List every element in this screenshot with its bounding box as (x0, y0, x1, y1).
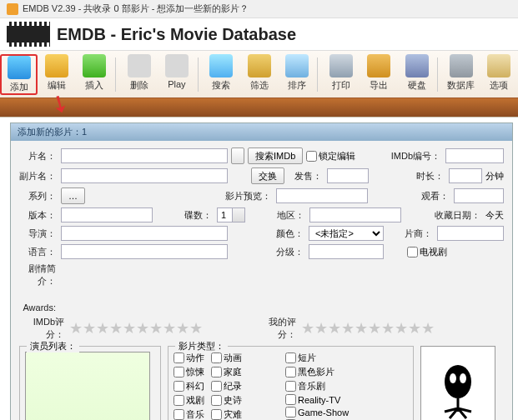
imdb-rating-stars[interactable]: ★★★★★★★★★★ (69, 321, 203, 336)
actors-legend: 演员列表： (27, 340, 79, 352)
toolbar-filter[interactable]: 筛选 (240, 54, 278, 95)
preview-input[interactable] (276, 188, 368, 203)
genre-checkbox[interactable]: 音乐 (174, 408, 204, 420)
label-watched: 观看： (421, 190, 450, 202)
toolbar-edit[interactable]: 编辑 (38, 54, 75, 95)
genre-checkbox[interactable]: 科幻 (174, 380, 204, 392)
genre-checkbox[interactable]: 戏剧 (174, 394, 204, 407)
studio-input[interactable] (437, 226, 504, 241)
label-my-rating: 我的评分： (251, 316, 298, 341)
search-imdb-button[interactable]: 搜索IMDb (248, 148, 303, 164)
toolbar-play[interactable]: Play (158, 54, 195, 95)
label-awards: Awards: (19, 302, 58, 312)
label-imdb-rating: IMDb评分： (19, 316, 66, 341)
app-title: EMDB - Eric's Movie Database (57, 25, 296, 44)
label-imdb-no: IMDb编号： (391, 150, 442, 162)
grade-input[interactable] (309, 244, 384, 259)
svg-point-2 (460, 373, 466, 383)
genres-group: 影片类型： 动作惊悚科幻戏剧音乐冒险战争神话 动画家庭纪录史诗灾难荷叶式音乐剧体… (168, 346, 414, 420)
genre-checkbox[interactable]: 短片 (285, 352, 349, 364)
today-link[interactable]: 今天 (485, 209, 504, 222)
toolbar-insert[interactable]: 插入 (76, 54, 113, 95)
toolbar-disk[interactable]: 硬盘 (398, 54, 435, 95)
toolbar-sort[interactable]: 排序 (278, 54, 315, 95)
placeholder-alien-icon (433, 358, 483, 420)
label-minutes: 分钟 (485, 170, 504, 182)
app-header: EMDB - Eric's Movie Database (0, 18, 518, 50)
label-duration: 时长： (416, 170, 445, 182)
tv-checkbox[interactable]: 电视剧 (407, 246, 447, 258)
label-series: 系列： (19, 190, 58, 202)
clear-button[interactable] (231, 148, 244, 164)
svg-point-1 (450, 373, 456, 383)
genre-checkbox[interactable]: 动画 (211, 352, 279, 364)
label-grade: 分级： (276, 246, 305, 258)
color-select[interactable]: <未指定> (309, 226, 384, 241)
director-input[interactable] (61, 226, 228, 241)
app-icon (7, 3, 18, 15)
language-input[interactable] (61, 244, 228, 259)
genre-checkbox[interactable]: 灾难 (211, 408, 279, 420)
watched-input[interactable] (454, 188, 504, 203)
film-icon (7, 22, 50, 47)
label-preview: 影片预览： (225, 190, 273, 202)
label-region: 地区： (277, 209, 306, 222)
swap-button[interactable]: 交换 (251, 168, 284, 184)
label-plot: 剧情简介： (19, 262, 58, 288)
discs-spinner[interactable]: 1 (217, 208, 245, 222)
toolbar-delete[interactable]: 删除 (120, 54, 158, 95)
label-release: 发售： (294, 170, 324, 182)
window-title: EMDB V2.39 - 共收录 0 部影片 - 想添加一些新的影片？ (23, 2, 249, 15)
movie-name-input[interactable] (61, 148, 228, 163)
genre-checkbox[interactable]: Reality-TV (285, 394, 349, 405)
genre-checkbox[interactable]: Game-Show (285, 407, 349, 418)
actor-list[interactable] (25, 352, 150, 420)
genre-checkbox[interactable]: 纪录 (211, 380, 279, 392)
actors-group: 演员列表： 编辑 (19, 346, 161, 420)
toolbar-export[interactable]: 导出 (360, 54, 398, 95)
duration-input[interactable] (449, 168, 482, 183)
label-discs: 碟数： (184, 209, 214, 222)
label-studio: 片商： (405, 228, 434, 240)
version-input[interactable] (61, 208, 153, 222)
window-title-bar: EMDB V2.39 - 共收录 0 部影片 - 想添加一些新的影片？ (0, 0, 518, 18)
label-language: 语言： (19, 246, 58, 258)
alt-name-input[interactable] (61, 168, 228, 183)
label-director: 导演： (19, 228, 58, 240)
genre-checkbox[interactable]: 音乐剧 (285, 380, 349, 392)
label-movie-name: 片名： (19, 150, 58, 162)
label-alt-name: 副片名： (19, 170, 58, 182)
dialog-title: 添加新的影片：1 (11, 123, 512, 141)
toolbar-options[interactable]: 选项 (480, 54, 518, 95)
label-color: 颜色： (276, 228, 305, 240)
series-pick-button[interactable]: … (61, 188, 85, 204)
genre-checkbox[interactable]: 家庭 (211, 366, 279, 378)
release-input[interactable] (327, 168, 369, 183)
genre-checkbox[interactable]: 惊悚 (174, 366, 204, 378)
label-fav-date: 收藏日期： (435, 209, 482, 222)
genre-checkbox[interactable]: 动作 (174, 352, 204, 364)
label-version: 版本： (19, 209, 58, 222)
genre-checkbox[interactable]: 史诗 (211, 394, 279, 407)
main-toolbar: 添加 编辑 插入 删除 Play 搜索 筛选 排序 打印 导出 硬盘 数据库 选… (0, 50, 518, 118)
poster-thumbnail (420, 346, 495, 420)
toolbar-add[interactable]: 添加 (0, 54, 38, 95)
genres-legend: 影片类型： (175, 340, 228, 352)
my-rating-stars[interactable]: ★★★★★★★★★★ (301, 321, 435, 336)
toolbar-search[interactable]: 搜索 (203, 54, 240, 95)
toolbar-database[interactable]: 数据库 (442, 54, 480, 95)
svg-point-0 (445, 365, 471, 398)
lock-edit-checkbox[interactable]: 锁定编辑 (306, 150, 355, 162)
region-input[interactable] (309, 208, 401, 222)
imdb-no-input[interactable] (445, 148, 504, 163)
genre-checkbox[interactable]: 黑色影片 (285, 366, 349, 378)
add-movie-dialog: 添加新的影片：1 片名： 搜索IMDb 锁定编辑 IMDb编号： 副片名： 交换… (10, 122, 513, 420)
toolbar-print[interactable]: 打印 (322, 54, 360, 95)
